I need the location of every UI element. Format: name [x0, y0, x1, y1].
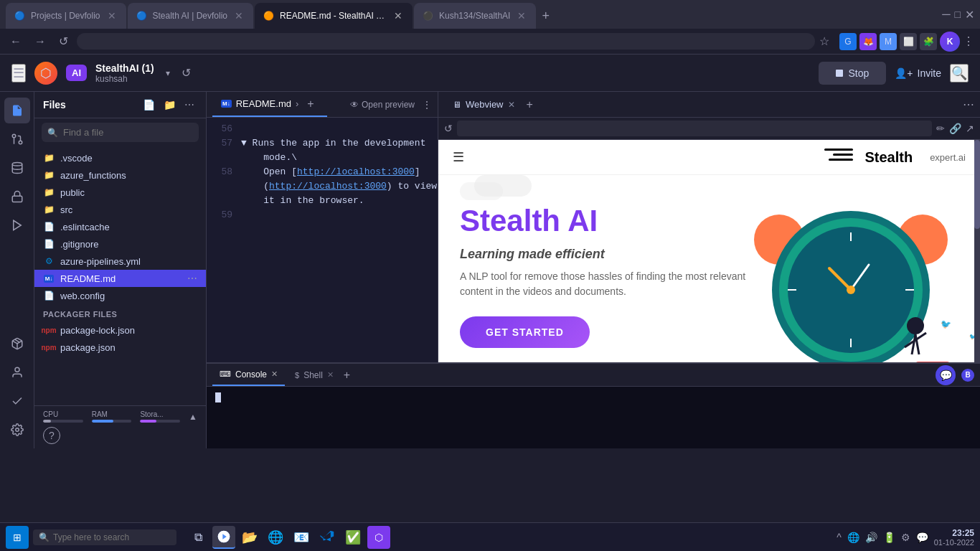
- get-started-button[interactable]: GET STARTED: [460, 316, 590, 348]
- file-item-vscode[interactable]: 📁 .vscode: [34, 149, 206, 166]
- close-icon[interactable]: ✕: [965, 8, 974, 22]
- sidebar-settings-button[interactable]: [4, 417, 30, 443]
- tab-close-3[interactable]: ✕: [392, 9, 404, 23]
- invite-button[interactable]: 👤+ Invite: [895, 67, 941, 79]
- file-item-azure-functions[interactable]: 📁 azure_functions: [34, 166, 206, 184]
- sidebar-git-button[interactable]: [4, 126, 30, 152]
- webview-more-button[interactable]: ⋯: [963, 98, 974, 111]
- maximize-icon[interactable]: □: [955, 9, 961, 20]
- stop-button[interactable]: Stop: [819, 62, 887, 85]
- open-preview-button[interactable]: 👁 Open preview: [344, 100, 420, 110]
- webview-address-input[interactable]: https://StealthAI-1.kushsah.repl.co: [457, 121, 932, 136]
- tray-expand-icon[interactable]: ^: [837, 532, 842, 543]
- webview-tab-webview[interactable]: 🖥 Webview ✕: [444, 92, 524, 117]
- sidebar-run-button[interactable]: [4, 212, 30, 238]
- tray-battery-icon[interactable]: 🔋: [883, 532, 895, 543]
- global-search-button[interactable]: 🔍: [950, 64, 969, 83]
- browser-menu-icon[interactable]: ⋮: [963, 34, 974, 48]
- tab-projects[interactable]: 🔵 Projects | Devfolio ✕: [6, 3, 126, 29]
- webview-scrollbar[interactable]: [974, 140, 980, 362]
- file-more-button[interactable]: ⋯: [182, 98, 197, 112]
- taskbar-task-view[interactable]: ⧉: [187, 526, 209, 549]
- taskbar-app-browser[interactable]: [212, 526, 235, 549]
- ext-icon-4[interactable]: ⬜: [900, 33, 917, 50]
- minimize-icon[interactable]: ─: [942, 8, 950, 21]
- help-button[interactable]: ?: [43, 427, 60, 444]
- taskbar-app-vscode[interactable]: [316, 526, 339, 549]
- back-button[interactable]: ←: [6, 32, 26, 51]
- webview-scrollbar-thumb[interactable]: [974, 140, 980, 229]
- new-folder-button[interactable]: 📁: [161, 98, 179, 112]
- tab-readme-replit[interactable]: 🟠 README.md - StealthAI (1) - Rep... ✕: [255, 3, 413, 29]
- sidebar-secrets-button[interactable]: [4, 184, 30, 209]
- shell-tab-close[interactable]: ✕: [327, 370, 334, 380]
- taskbar-app-files[interactable]: 📂: [238, 526, 261, 549]
- profile-avatar[interactable]: K: [940, 32, 960, 52]
- file-search-input[interactable]: [42, 123, 199, 142]
- sidebar-database-button[interactable]: [4, 155, 30, 181]
- history-button[interactable]: ↺: [182, 66, 191, 80]
- ext-icon-5[interactable]: 🧩: [920, 33, 937, 50]
- tray-network-icon[interactable]: 🌐: [847, 532, 859, 543]
- file-item-web-config[interactable]: 📄 web.config: [34, 287, 206, 304]
- tray-notification-icon[interactable]: 💬: [916, 532, 928, 543]
- tab-stealth-devfolio[interactable]: 🔵 Stealth AI | Devfolio ✕: [128, 3, 254, 29]
- tab-close-2[interactable]: ✕: [233, 9, 245, 23]
- open-external-button[interactable]: ↗: [966, 123, 974, 134]
- start-button[interactable]: ⊞: [6, 526, 29, 549]
- bookmark-icon[interactable]: ☆: [819, 34, 829, 48]
- forward-button[interactable]: →: [30, 32, 50, 51]
- ext-icon-1[interactable]: G: [839, 33, 857, 50]
- file-item-azure-pipelines[interactable]: ⚙ azure-pipelines.yml: [34, 253, 206, 270]
- svg-rect-4: [12, 196, 22, 202]
- file-item-src[interactable]: 📁 src: [34, 201, 206, 218]
- tab-github[interactable]: ⚫ Kush134/StealthAI ✕: [414, 3, 536, 29]
- editor-more-button[interactable]: ⋮: [422, 99, 432, 110]
- terminal-add-tab-button[interactable]: +: [344, 369, 350, 382]
- ext-icon-3[interactable]: M: [880, 33, 897, 50]
- file-more-button[interactable]: ⋯: [187, 273, 197, 284]
- tab-close-1[interactable]: ✕: [106, 9, 118, 23]
- webview-add-tab-button[interactable]: +: [527, 98, 533, 111]
- editor-add-tab-button[interactable]: +: [303, 98, 318, 110]
- project-dropdown-icon[interactable]: ▾: [166, 68, 170, 78]
- new-tab-button[interactable]: +: [537, 3, 554, 29]
- file-item-package-lock[interactable]: npm package-lock.json: [34, 321, 206, 339]
- omnibar-input[interactable]: replit.com/@kushsah/StealthAI-1#README.m…: [77, 33, 815, 50]
- terminal-chat-button[interactable]: 💬: [936, 365, 956, 385]
- tab-close-4[interactable]: ✕: [516, 9, 527, 23]
- terminal-tab-shell[interactable]: $ Shell ✕: [288, 364, 341, 386]
- terminal-tab-console[interactable]: ⌨ Console ✕: [212, 364, 285, 386]
- file-item-package-json[interactable]: npm package.json: [34, 339, 206, 356]
- new-file-button[interactable]: 📄: [140, 98, 158, 112]
- sidebar-packages-button[interactable]: [4, 331, 30, 357]
- expand-resources-button[interactable]: ▲: [189, 412, 197, 422]
- file-item-gitignore[interactable]: 📄 .gitignore: [34, 235, 206, 253]
- webview-tab-close[interactable]: ✕: [508, 100, 515, 110]
- sidebar-files-button[interactable]: [4, 98, 30, 123]
- file-item-eslintcache[interactable]: 📄 .eslintcache: [34, 218, 206, 235]
- taskbar-search-input[interactable]: [33, 529, 176, 545]
- webview-refresh-button[interactable]: ↺: [444, 123, 453, 134]
- replit-logo-icon: ⬡: [40, 65, 52, 81]
- copy-address-button[interactable]: 🔗: [949, 123, 961, 134]
- taskbar-app-edge[interactable]: 🌐: [264, 526, 287, 549]
- taskbar-app-check[interactable]: ✅: [341, 526, 364, 549]
- console-tab-close[interactable]: ✕: [271, 369, 278, 379]
- clock-widget[interactable]: 23:25 01-10-2022: [934, 528, 974, 547]
- ext-icon-2[interactable]: 🦊: [859, 33, 877, 50]
- file-item-public[interactable]: 📁 public: [34, 184, 206, 201]
- tray-settings-icon[interactable]: ⚙: [901, 532, 910, 543]
- taskbar-app-mail[interactable]: 📧: [290, 526, 313, 549]
- file-item-readme[interactable]: M↓ README.md ⋯: [34, 270, 206, 287]
- hamburger-menu-button[interactable]: ☰: [11, 64, 26, 83]
- reload-button[interactable]: ↺: [55, 32, 72, 51]
- taskbar-app-purple[interactable]: ⬡: [367, 526, 390, 549]
- sidebar-check-button[interactable]: [4, 388, 30, 414]
- edit-address-button[interactable]: ✏: [936, 123, 945, 134]
- tray-volume-icon[interactable]: 🔊: [865, 532, 877, 543]
- stealthai-hamburger-icon[interactable]: ☰: [453, 149, 464, 165]
- stealthai-logo: Stealth: [824, 149, 913, 166]
- editor-tab-readme[interactable]: M↓ README.md › +: [212, 92, 327, 117]
- sidebar-account-button[interactable]: [4, 359, 30, 385]
